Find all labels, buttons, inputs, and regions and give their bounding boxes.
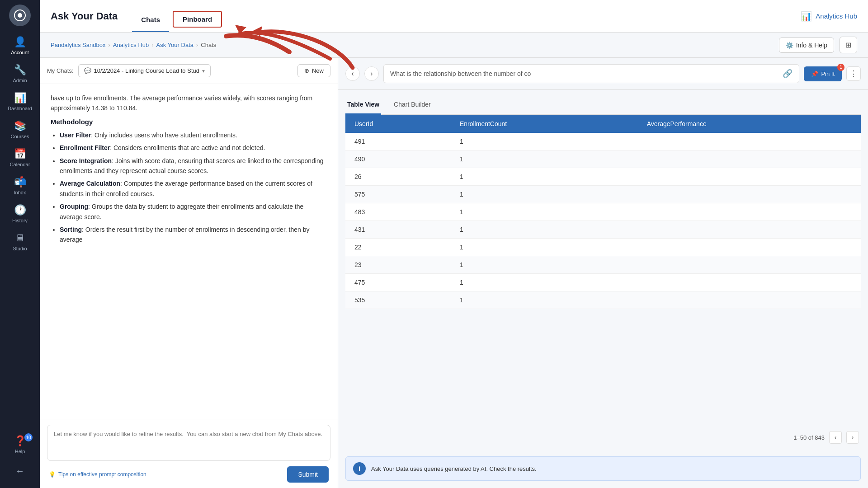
tab-chats[interactable]: Chats <box>132 16 169 32</box>
gear-icon: ⚙️ <box>786 42 793 49</box>
col-enrollment: EnrollmentCount <box>451 115 638 133</box>
list-item: Score Integration: Joins with score data… <box>60 156 327 176</box>
list-item: Sorting: Orders the result first by the … <box>60 225 327 245</box>
breadcrumb-ask[interactable]: Ask Your Data <box>156 42 193 48</box>
sidebar-item-history[interactable]: 🕐 History <box>0 200 40 228</box>
page-title: Ask Your Data <box>51 10 118 22</box>
tab-pinboard[interactable]: Pinboard <box>173 11 222 28</box>
breadcrumb-sandbox[interactable]: Pandalytics Sandbox <box>51 42 105 48</box>
info-help-button[interactable]: ⚙️ Info & Help <box>779 38 834 53</box>
next-page-button[interactable]: › <box>846 431 859 444</box>
lightbulb-icon: 💡 <box>49 471 56 478</box>
dashboard-icon: 📊 <box>14 92 26 104</box>
chat-bubble-icon: 💬 <box>84 67 91 74</box>
sidebar-item-account[interactable]: 👤 Account <box>0 32 40 60</box>
table-row: 431 1 <box>345 221 861 239</box>
chevron-down-icon: ▾ <box>202 68 205 74</box>
table-body: 491 1 490 1 26 1 <box>345 133 861 309</box>
chat-header: My Chats: 💬 10/2/2024 - Linking Course L… <box>40 58 338 84</box>
table-container: UserId EnrollmentCount AveragePerformanc… <box>345 115 861 426</box>
list-item: Grouping: Groups the data by student to … <box>60 202 327 222</box>
analytics-hub-link[interactable]: 📊 Analytics Hub <box>801 11 857 22</box>
submit-button[interactable]: Submit <box>287 466 329 483</box>
courses-icon: 📚 <box>14 120 26 132</box>
sidebar-item-inbox[interactable]: 📬 Inbox <box>0 172 40 200</box>
methodology-title: Methodology <box>51 118 327 126</box>
grid-icon-button[interactable]: ⊞ <box>840 37 857 53</box>
results-panel: ‹ › What is the relationship between the… <box>338 58 868 488</box>
inbox-icon: 📬 <box>14 176 26 188</box>
chat-panel: My Chats: 💬 10/2/2024 - Linking Course L… <box>40 58 338 488</box>
my-chats-label: My Chats: <box>47 67 74 74</box>
table-header: UserId EnrollmentCount AveragePerformanc… <box>345 115 861 133</box>
content-area: My Chats: 💬 10/2/2024 - Linking Course L… <box>40 58 868 488</box>
info-icon: i <box>353 462 366 475</box>
sidebar-item-label: Inbox <box>14 190 26 195</box>
sidebar-item-label: Calendar <box>10 162 30 167</box>
query-text: What is the relationship between the num… <box>390 70 531 77</box>
breadcrumb: Pandalytics Sandbox › Analytics Hub › As… <box>51 42 216 48</box>
list-item: Average Calculation: Computes the averag… <box>60 178 327 199</box>
sidebar-item-label: History <box>12 218 28 223</box>
table-row: 490 1 <box>345 150 861 168</box>
chat-body: have up to five enrollments. The average… <box>40 84 338 419</box>
history-icon: 🕐 <box>14 204 26 216</box>
account-icon: 👤 <box>14 36 26 48</box>
breadcrumb-sep-1: › <box>108 42 110 48</box>
pagination-label: 1–50 of 843 <box>793 434 825 441</box>
sidebar-collapse-button[interactable]: ← <box>8 459 32 483</box>
chat-footer: 💡 Tips on effective prompt composition S… <box>47 463 330 483</box>
breadcrumb-current: Chats <box>201 42 216 48</box>
pin-icon: 📌 <box>811 70 818 77</box>
sidebar-item-calendar[interactable]: 📅 Calendar <box>0 144 40 172</box>
sidebar-item-admin[interactable]: 🔧 Admin <box>0 60 40 88</box>
sidebar-item-courses[interactable]: 📚 Courses <box>0 116 40 144</box>
app-logo[interactable] <box>9 5 31 26</box>
list-item: Enrollment Filter: Considers enrollments… <box>60 143 327 153</box>
sidebar-item-label: Account <box>11 50 29 55</box>
tab-table-view[interactable]: Table View <box>345 97 381 115</box>
breadcrumb-actions: ⚙️ Info & Help ⊞ <box>779 37 857 53</box>
admin-icon: 🔧 <box>14 64 26 76</box>
new-chat-button[interactable]: ⊕ New <box>297 64 330 77</box>
sidebar-item-label: Courses <box>11 134 29 139</box>
calendar-icon: 📅 <box>14 148 26 160</box>
chat-selector[interactable]: 💬 10/2/2024 - Linking Course Load to Stu… <box>78 64 211 77</box>
query-display: What is the relationship between the num… <box>383 64 799 83</box>
list-item: User Filter: Only includes users who hav… <box>60 130 327 140</box>
tips-link[interactable]: 💡 Tips on effective prompt composition <box>49 471 146 478</box>
more-options-button[interactable]: ⋮ <box>846 66 861 81</box>
pin-badge: 1 <box>837 64 844 71</box>
table-row: 475 1 <box>345 274 861 291</box>
table-row: 22 1 <box>345 239 861 256</box>
col-userid: UserId <box>345 115 451 133</box>
sidebar: 👤 Account 🔧 Admin 📊 Dashboard 📚 Courses … <box>0 0 40 488</box>
data-table: UserId EnrollmentCount AveragePerformanc… <box>345 115 861 309</box>
tab-chart-builder[interactable]: Chart Builder <box>392 97 433 115</box>
breadcrumb-analytics[interactable]: Analytics Hub <box>113 42 149 48</box>
col-performance: AveragePerformance <box>638 115 861 133</box>
sidebar-item-label: Studio <box>13 246 27 251</box>
sidebar-item-studio[interactable]: 🖥 Studio <box>0 228 40 256</box>
breadcrumb-bar: Pandalytics Sandbox › Analytics Hub › As… <box>40 33 868 58</box>
grid-icon: ⊞ <box>845 41 851 49</box>
chat-input[interactable] <box>47 425 330 461</box>
table-row: 535 1 <box>345 291 861 309</box>
pin-it-button[interactable]: 📌 Pin It 1 <box>804 66 842 81</box>
chat-selector-value: 10/2/2024 - Linking Course Load to Stud <box>94 67 199 74</box>
table-row: 491 1 <box>345 133 861 150</box>
sidebar-item-help[interactable]: 10 ❓ Help <box>0 431 40 459</box>
main-content: Ask Your Data Chats Pinboard 📊 Analytics… <box>40 0 868 488</box>
methodology-list: User Filter: Only includes users who hav… <box>51 130 327 245</box>
table-area: Table View Chart Builder UserId Enrollme… <box>338 90 868 456</box>
chat-text: have up to five enrollments. The average… <box>51 93 327 113</box>
prev-query-button[interactable]: ‹ <box>345 66 360 81</box>
table-tabs: Table View Chart Builder <box>345 97 861 115</box>
prev-page-button[interactable]: ‹ <box>829 431 842 444</box>
next-query-button[interactable]: › <box>364 66 379 81</box>
clip-icon: 🔗 <box>783 69 793 79</box>
table-row: 575 1 <box>345 186 861 203</box>
studio-icon: 🖥 <box>15 232 25 244</box>
sidebar-item-dashboard[interactable]: 📊 Dashboard <box>0 88 40 116</box>
sidebar-item-label: Dashboard <box>8 106 32 111</box>
